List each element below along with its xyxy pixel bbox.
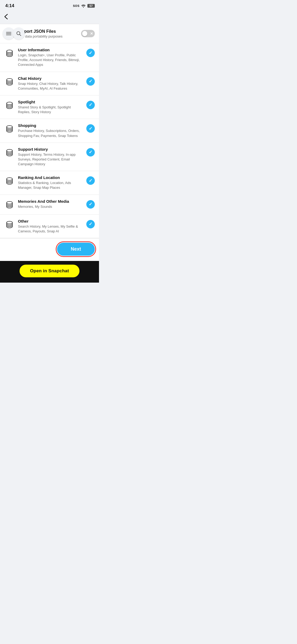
db-icon-memories-and-other-media	[4, 200, 15, 210]
title-ranking-and-location: Ranking And Location	[18, 175, 83, 180]
title-spotlight: Spotlight	[18, 100, 83, 104]
subtitle-other: Search History, My Lenses, My Selfie & C…	[18, 224, 83, 234]
svg-point-8	[7, 126, 12, 128]
title-chat-history: Chat History	[18, 76, 83, 81]
check-shopping[interactable]: ✓	[86, 124, 95, 133]
text-spotlight: Spotlight Shared Story & Spotlight, Spot…	[18, 100, 83, 114]
row-memories-and-other-media[interactable]: Memories And Other Media Memories, My So…	[0, 195, 99, 215]
db-icon-support-history	[4, 148, 15, 158]
export-text: Export JSON Files For data portability p…	[19, 29, 78, 38]
next-button[interactable]: Next	[57, 243, 95, 256]
title-shopping: Shopping	[18, 123, 83, 128]
subtitle-chat-history: Snap History, Chat History, Talk History…	[18, 81, 83, 91]
subtitle-spotlight: Shared Story & Spotlight, Spotlight Repl…	[18, 105, 83, 114]
export-json-row: Export JSON Files For data portability p…	[0, 24, 99, 43]
check-other[interactable]: ✓	[86, 220, 95, 228]
svg-point-5	[7, 50, 12, 53]
text-chat-history: Chat History Snap History, Chat History,…	[18, 76, 83, 91]
wifi-icon	[81, 4, 86, 8]
text-user-information: User Information Login, Snapchat+, User …	[18, 48, 83, 67]
sos-label: SOS	[73, 4, 79, 7]
row-user-information[interactable]: User Information Login, Snapchat+, User …	[0, 43, 99, 72]
data-rows-list: User Information Login, Snapchat+, User …	[0, 43, 99, 238]
row-shopping[interactable]: Shopping Purchase History, Subscriptions…	[0, 119, 99, 142]
status-time: 4:14	[5, 3, 14, 8]
export-title: Export JSON Files	[19, 29, 78, 34]
title-support-history: Support History	[18, 147, 83, 151]
main-content: Export JSON Files For data portability p…	[0, 24, 99, 238]
subtitle-ranking-and-location: Statistics & Ranking, Location, Ads Mana…	[18, 181, 83, 190]
text-ranking-and-location: Ranking And Location Statistics & Rankin…	[18, 175, 83, 190]
svg-point-10	[7, 178, 12, 180]
db-icon-shopping	[4, 124, 15, 134]
status-bar: 4:14 SOS 57	[0, 0, 99, 11]
svg-point-12	[7, 221, 12, 224]
text-other: Other Search History, My Lenses, My Self…	[18, 219, 83, 234]
text-memories-and-other-media: Memories And Other Media Memories, My So…	[18, 199, 83, 209]
search-button[interactable]	[13, 27, 25, 40]
row-other[interactable]: Other Search History, My Lenses, My Self…	[0, 215, 99, 238]
svg-point-7	[7, 102, 12, 105]
check-ranking-and-location[interactable]: ✓	[86, 176, 95, 185]
db-icon-user-information	[4, 48, 15, 59]
svg-point-11	[7, 201, 12, 204]
row-ranking-and-location[interactable]: Ranking And Location Statistics & Rankin…	[0, 171, 99, 195]
export-subtitle: For data portability purposes	[19, 34, 78, 38]
text-support-history: Support History Support History, Terms H…	[18, 147, 83, 167]
toggle-x-label: ✕	[90, 31, 93, 36]
row-spotlight[interactable]: Spotlight Shared Story & Spotlight, Spot…	[0, 95, 99, 119]
overlay-controls	[3, 27, 25, 40]
bottom-bar: Open in Snapchat	[0, 261, 99, 283]
db-icon-ranking-and-location	[4, 176, 15, 186]
next-area: Next	[0, 238, 99, 261]
title-other: Other	[18, 219, 83, 223]
svg-point-0	[17, 32, 20, 35]
title-memories-and-other-media: Memories And Other Media	[18, 199, 83, 204]
subtitle-support-history: Support History, Terms History, In-app S…	[18, 152, 83, 167]
status-right: SOS 57	[73, 4, 95, 8]
db-icon-spotlight	[4, 100, 15, 111]
back-button[interactable]	[4, 13, 8, 21]
check-chat-history[interactable]: ✓	[86, 77, 95, 86]
check-support-history[interactable]: ✓	[86, 148, 95, 157]
check-user-information[interactable]: ✓	[86, 49, 95, 57]
toggle-thumb	[82, 31, 87, 36]
title-user-information: User Information	[18, 48, 83, 52]
svg-point-6	[7, 79, 12, 81]
back-row	[0, 11, 99, 24]
subtitle-memories-and-other-media: Memories, My Sounds	[18, 204, 83, 209]
subtitle-user-information: Login, Snapchat+, User Profile, Public P…	[18, 53, 83, 67]
subtitle-shopping: Purchase History, Subscriptions, Orders,…	[18, 128, 83, 138]
check-memories-and-other-media[interactable]: ✓	[86, 200, 95, 209]
db-icon-chat-history	[4, 77, 15, 87]
db-icon-other	[4, 219, 15, 230]
row-chat-history[interactable]: Chat History Snap History, Chat History,…	[0, 72, 99, 95]
text-shopping: Shopping Purchase History, Subscriptions…	[18, 123, 83, 138]
row-support-history[interactable]: Support History Support History, Terms H…	[0, 143, 99, 171]
check-spotlight[interactable]: ✓	[86, 101, 95, 109]
battery-indicator: 57	[87, 4, 95, 8]
open-in-snapchat-button[interactable]: Open in Snapchat	[20, 265, 80, 277]
svg-line-1	[20, 35, 21, 36]
export-toggle[interactable]: ✕	[81, 30, 95, 37]
svg-point-9	[7, 149, 12, 152]
